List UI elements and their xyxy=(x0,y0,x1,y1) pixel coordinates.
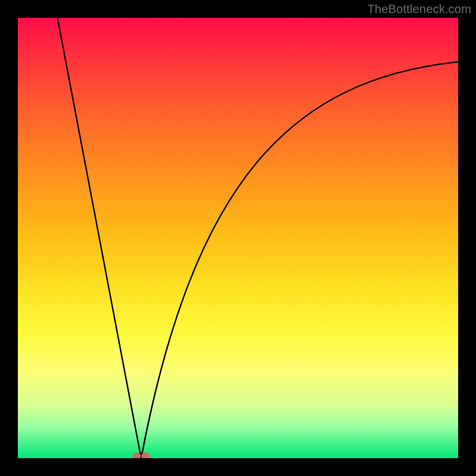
chart-frame: TheBottleneck.com xyxy=(0,0,476,476)
curve-svg xyxy=(18,18,458,458)
bottleneck-curve xyxy=(58,18,458,458)
plot-area xyxy=(18,18,458,458)
watermark-text: TheBottleneck.com xyxy=(367,2,471,16)
